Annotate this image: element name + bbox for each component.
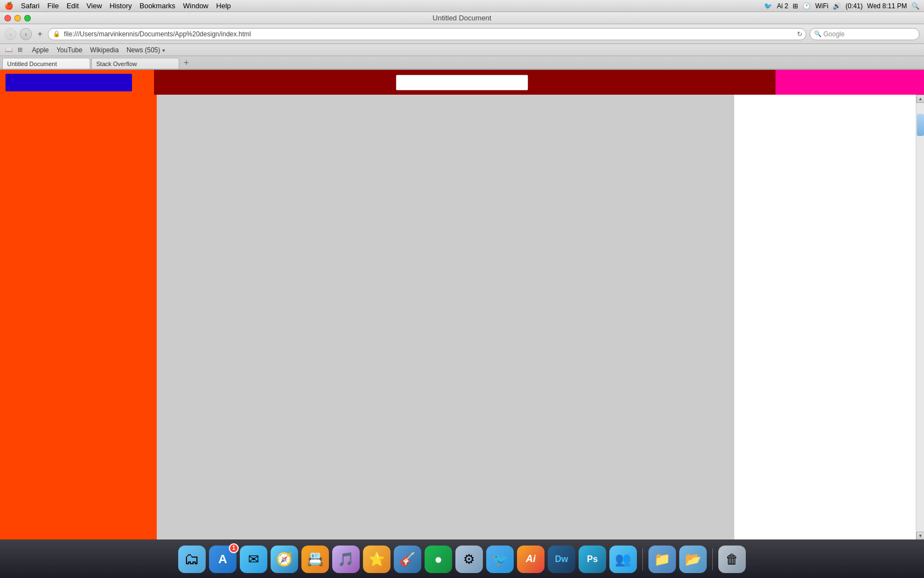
menu-view[interactable]: View xyxy=(86,2,102,10)
address-text: file:///Users/marvinkennis/Documents/App… xyxy=(64,30,251,38)
menu-file[interactable]: File xyxy=(47,2,59,10)
header-blue-element xyxy=(6,74,132,91)
wifi-icon[interactable]: WiFi xyxy=(815,2,828,10)
scrollbar-up[interactable]: ▲ xyxy=(916,95,924,103)
browser-chrome: Untitled Document ‹ › + 🔒 file:///Users/… xyxy=(0,12,924,70)
bookmark-apple[interactable]: Apple xyxy=(29,46,52,54)
volume-icon[interactable]: 🔊 xyxy=(833,2,841,10)
back-button[interactable]: ‹ xyxy=(4,28,16,40)
dock-item-printer[interactable]: ⚙ xyxy=(455,546,483,573)
dock-item-finder[interactable]: 🗂 xyxy=(178,546,206,573)
page-body xyxy=(0,95,924,540)
scrollbar[interactable]: ▲ ▼ xyxy=(916,95,924,540)
garage-icon: 🎸 xyxy=(394,546,421,573)
forward-button[interactable]: › xyxy=(20,28,32,40)
dock-separator xyxy=(642,548,643,570)
menu-window[interactable]: Window xyxy=(183,2,208,10)
dock-item-spotify[interactable]: ● xyxy=(425,546,452,573)
folder2-icon: 📂 xyxy=(679,546,707,573)
iphoto-icon: ⭐ xyxy=(363,546,391,573)
lock-icon: 🔒 xyxy=(53,30,61,37)
menu-bookmarks[interactable]: Bookmarks xyxy=(140,2,175,10)
dock-item-photoshop[interactable]: Ps xyxy=(579,546,606,573)
menu-help[interactable]: Help xyxy=(216,2,231,10)
folder1-icon: 📁 xyxy=(648,546,676,573)
address-bar[interactable]: 🔒 file:///Users/marvinkennis/Documents/A… xyxy=(48,28,806,40)
close-button[interactable] xyxy=(4,15,11,21)
menubar: 🍎 Safari File Edit View History Bookmark… xyxy=(0,0,924,12)
dock-item-garage[interactable]: 🎸 xyxy=(394,546,421,573)
dock-separator-2 xyxy=(712,548,713,570)
page-search-input[interactable] xyxy=(396,75,528,90)
dock-item-mail[interactable]: ✉ xyxy=(240,546,267,573)
contacts-icon: 📇 xyxy=(301,546,329,573)
search-icon: 🔍 xyxy=(814,30,822,37)
dock-item-safari[interactable]: 🧭 xyxy=(271,546,298,573)
tab-stack-overflow[interactable]: Stack Overflow xyxy=(91,58,179,69)
safari-icon: 🧭 xyxy=(271,546,298,573)
appstore-icon: A 1 xyxy=(209,546,237,573)
photoshop-icon: Ps xyxy=(579,546,606,573)
tab-action-button[interactable]: + xyxy=(35,29,45,39)
search-bar[interactable]: 🔍 Google xyxy=(810,28,920,40)
dock-item-trash[interactable]: 🗑 xyxy=(718,546,746,573)
dock-item-appstore[interactable]: A 1 xyxy=(209,546,237,573)
twitter-status-icon: 🐦 xyxy=(764,2,772,10)
twitter-icon: 🐦 xyxy=(486,546,514,573)
dock-item-folder2[interactable]: 📂 xyxy=(679,546,707,573)
dock-item-iphoto[interactable]: ⭐ xyxy=(363,546,391,573)
people-icon: 👥 xyxy=(609,546,637,573)
search-placeholder: Google xyxy=(823,30,845,38)
spotlight-icon[interactable]: 🔍 xyxy=(911,2,920,10)
itunes-icon: 🎵 xyxy=(332,546,360,573)
menubar-right: 🐦 Ai 2 ⊞ 🕐 WiFi 🔊 (0:41) Wed 8:11 PM 🔍 xyxy=(764,2,920,10)
dock-item-ai[interactable]: Ai xyxy=(517,546,544,573)
audio-icon[interactable]: ⊞ xyxy=(793,2,798,10)
tab-label-stackoverflow: Stack Overflow xyxy=(96,61,137,67)
dock: 🗂 A 1 ✉ 🧭 📇 🎵 ⭐ 🎸 xyxy=(0,539,924,578)
mail-icon: ✉ xyxy=(240,546,267,573)
menu-safari[interactable]: Safari xyxy=(21,2,40,10)
header-right-block xyxy=(776,70,924,95)
bookmark-youtube[interactable]: YouTube xyxy=(53,46,86,54)
appstore-badge: 1 xyxy=(229,543,239,553)
dock-item-contacts[interactable]: 📇 xyxy=(301,546,329,573)
dock-item-folder1[interactable]: 📁 xyxy=(648,546,676,573)
scrollbar-down[interactable]: ▼ xyxy=(916,532,924,540)
scrollbar-thumb[interactable] xyxy=(917,114,924,136)
title-bar: Untitled Document xyxy=(0,12,924,24)
menu-edit[interactable]: Edit xyxy=(67,2,79,10)
bookmark-wikipedia[interactable]: Wikipedia xyxy=(87,46,122,54)
window-title: Untitled Document xyxy=(433,14,492,22)
new-tab-button[interactable]: + xyxy=(180,58,192,68)
finder-icon: 🗂 xyxy=(178,546,206,573)
datetime: Wed 8:11 PM xyxy=(867,2,907,10)
webpage-content: ▲ ▼ xyxy=(0,70,924,540)
apple-menu[interactable]: 🍎 xyxy=(4,2,13,10)
add-icon: + xyxy=(37,29,42,39)
printer-icon: ⚙ xyxy=(455,546,483,573)
refresh-icon[interactable]: ↻ xyxy=(797,30,802,38)
minimize-button[interactable] xyxy=(14,15,21,21)
top-sites-icon[interactable]: ⊞ xyxy=(15,46,24,54)
forward-icon: › xyxy=(25,31,27,37)
page-right-panel xyxy=(734,95,924,540)
dock-item-itunes[interactable]: 🎵 xyxy=(332,546,360,573)
browser-toolbar: ‹ › + 🔒 file:///Users/marvinkennis/Docum… xyxy=(0,24,924,44)
ai-app-icon: Ai xyxy=(517,546,544,573)
menu-history[interactable]: History xyxy=(109,2,131,10)
clock-icon: 🕐 xyxy=(802,2,811,10)
dock-item-twitter[interactable]: 🐦 xyxy=(486,546,514,573)
tab-untitled-document[interactable]: Untitled Document xyxy=(2,58,90,69)
bookmarks-bar: 📖 ⊞ Apple YouTube Wikipedia News (505) ▾ xyxy=(0,44,924,56)
trash-icon: 🗑 xyxy=(718,546,746,573)
tab-label-untitled: Untitled Document xyxy=(7,61,57,67)
maximize-button[interactable] xyxy=(24,15,31,21)
reading-list-icon[interactable]: 📖 xyxy=(4,46,13,54)
bookmark-news[interactable]: News (505) ▾ xyxy=(123,46,168,54)
battery-status: (0:41) xyxy=(845,2,862,10)
dock-item-people[interactable]: 👥 xyxy=(609,546,637,573)
header-left-block xyxy=(0,70,154,95)
dock-item-dreamweaver[interactable]: Dw xyxy=(548,546,575,573)
spotify-icon: ● xyxy=(425,546,452,573)
